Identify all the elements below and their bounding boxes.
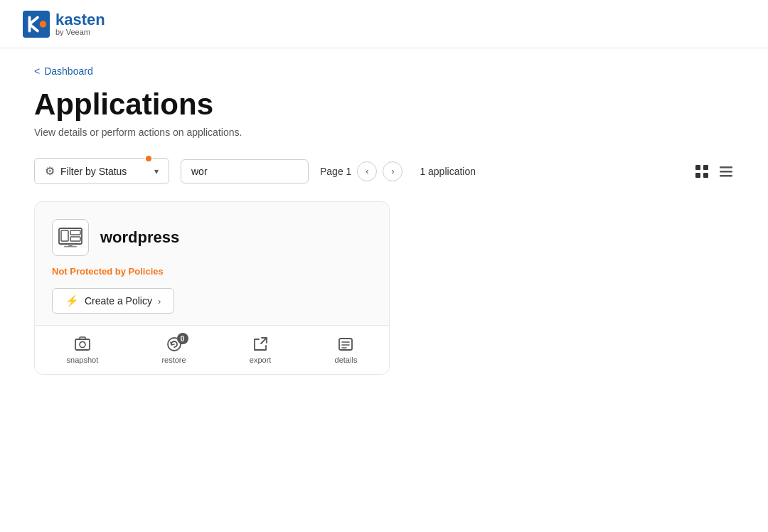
- restore-label: restore: [161, 356, 186, 364]
- filter-active-dot: [144, 154, 153, 163]
- breadcrumb[interactable]: < Dashboard: [34, 65, 734, 77]
- filter-label: Filter by Status: [60, 166, 127, 177]
- main-content: < Dashboard Applications View details or…: [0, 48, 768, 392]
- svg-point-1: [40, 21, 47, 28]
- svg-rect-8: [720, 175, 732, 177]
- snapshot-action[interactable]: snapshot: [67, 336, 99, 364]
- svg-rect-3: [703, 165, 708, 170]
- grid-view-button[interactable]: [694, 164, 710, 179]
- svg-rect-5: [703, 173, 708, 178]
- previous-page-button[interactable]: ‹: [357, 161, 377, 181]
- app-header: kasten by Veeam: [0, 0, 768, 48]
- export-label: export: [250, 356, 272, 364]
- application-card: wordpress Not Protected by Policies ⚡ Cr…: [34, 201, 390, 375]
- bolt-icon: ⚡: [65, 294, 79, 307]
- wordpress-icon: [58, 228, 82, 248]
- logo-name: kasten: [55, 11, 105, 28]
- svg-point-16: [80, 342, 85, 348]
- app-count: 1 application: [420, 166, 476, 177]
- restore-icon: 0: [166, 336, 183, 353]
- card-body: wordpress Not Protected by Policies ⚡ Cr…: [35, 202, 389, 325]
- svg-rect-15: [75, 339, 90, 350]
- export-action[interactable]: export: [250, 336, 272, 364]
- filter-icon: ⚙: [45, 164, 55, 178]
- arrow-right-icon: ›: [158, 296, 161, 307]
- page-label: Page 1: [320, 166, 351, 177]
- svg-rect-2: [695, 165, 700, 170]
- chevron-down-icon: ▾: [154, 166, 159, 176]
- details-action[interactable]: details: [335, 336, 358, 364]
- page-description: View details or perform actions on appli…: [34, 127, 734, 138]
- card-footer: snapshot 0 restore: [35, 325, 389, 374]
- logo-sub: by Veeam: [55, 28, 105, 36]
- logo[interactable]: kasten by Veeam: [23, 11, 105, 38]
- restore-action[interactable]: 0 restore: [161, 336, 186, 364]
- svg-rect-10: [61, 230, 68, 241]
- svg-rect-7: [720, 171, 732, 173]
- logo-text: kasten by Veeam: [55, 11, 105, 36]
- grid-icon: [694, 164, 710, 179]
- details-icon: [337, 336, 354, 353]
- card-header: wordpress: [52, 219, 372, 256]
- next-page-button[interactable]: ›: [383, 161, 402, 181]
- list-view-button[interactable]: [718, 164, 734, 179]
- list-icon: [718, 164, 734, 179]
- filter-by-status-button[interactable]: ⚙ Filter by Status ▾: [34, 158, 169, 184]
- export-icon: [252, 336, 269, 353]
- snapshot-icon: [74, 336, 91, 353]
- toolbar: ⚙ Filter by Status ▾ Page 1 ‹ › 1 applic…: [34, 158, 734, 184]
- restore-badge: 0: [177, 333, 188, 344]
- snapshot-label: snapshot: [67, 356, 99, 364]
- svg-rect-4: [695, 173, 700, 178]
- create-policy-button[interactable]: ⚡ Create a Policy ›: [52, 288, 174, 314]
- svg-rect-6: [720, 166, 732, 169]
- app-name: wordpress: [100, 228, 179, 247]
- svg-rect-12: [70, 237, 80, 241]
- details-label: details: [335, 356, 358, 364]
- kasten-logo-icon: [23, 11, 50, 38]
- view-toggle: [694, 164, 734, 179]
- svg-rect-14: [64, 246, 77, 248]
- app-icon: [52, 219, 89, 256]
- create-policy-label: Create a Policy: [85, 295, 152, 307]
- search-input[interactable]: [181, 159, 309, 183]
- breadcrumb-label: Dashboard: [44, 65, 93, 77]
- pagination: Page 1 ‹ ›: [320, 161, 402, 181]
- page-title: Applications: [34, 88, 734, 121]
- status-badge: Not Protected by Policies: [52, 266, 372, 277]
- svg-rect-11: [70, 230, 80, 235]
- svg-rect-17: [80, 337, 85, 339]
- breadcrumb-chevron-icon: <: [34, 65, 40, 77]
- svg-rect-13: [68, 244, 73, 246]
